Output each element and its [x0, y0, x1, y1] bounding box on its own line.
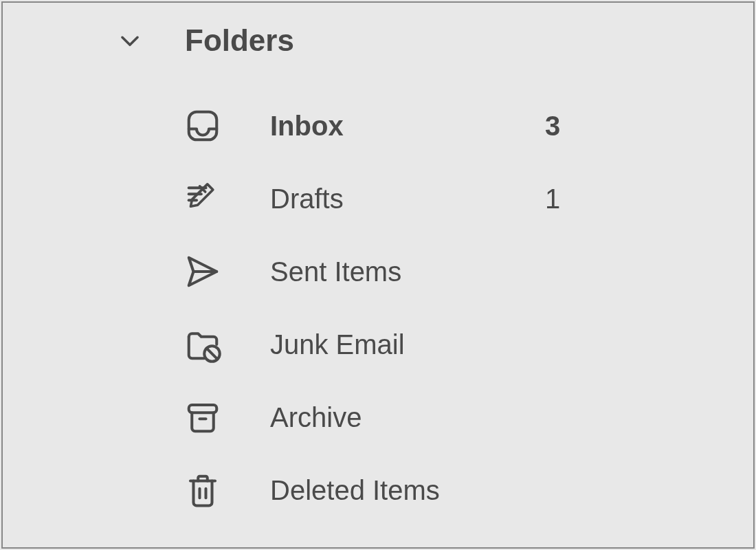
drafts-icon — [184, 179, 222, 218]
folders-title: Folders — [185, 23, 294, 58]
chevron-down-icon[interactable] — [116, 27, 144, 54]
deleted-icon — [184, 471, 222, 509]
folder-label: Deleted Items — [270, 475, 545, 506]
folder-item-deleted[interactable]: Deleted Items — [3, 454, 753, 527]
folder-item-archive[interactable]: Archive — [3, 381, 753, 454]
folders-header[interactable]: Folders — [3, 23, 753, 58]
folder-label: Archive — [270, 402, 545, 433]
folder-count: 3 — [545, 111, 560, 142]
sent-icon — [184, 252, 222, 291]
folder-label: Inbox — [270, 111, 545, 142]
folder-item-drafts[interactable]: Drafts 1 — [3, 162, 753, 235]
folder-navigation-panel: Folders Inbox 3 Drafts 1 — [1, 1, 755, 549]
folder-label: Sent Items — [270, 256, 545, 287]
folder-item-inbox[interactable]: Inbox 3 — [3, 89, 753, 162]
svg-rect-7 — [189, 405, 217, 412]
archive-icon — [184, 398, 222, 437]
junk-icon — [184, 325, 222, 364]
folder-item-sent[interactable]: Sent Items — [3, 235, 753, 308]
folder-label: Drafts — [270, 184, 545, 214]
inbox-icon — [184, 107, 222, 145]
svg-line-6 — [207, 349, 218, 360]
folder-count: 1 — [545, 184, 560, 214]
folder-label: Junk Email — [270, 329, 545, 360]
folder-item-junk[interactable]: Junk Email — [3, 308, 753, 381]
